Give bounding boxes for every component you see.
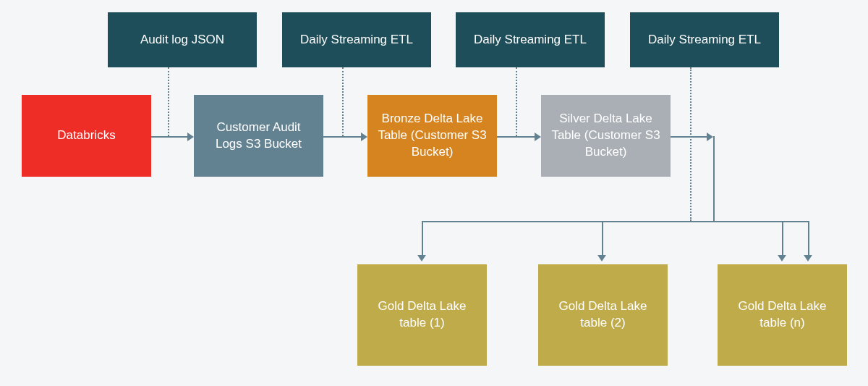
dotted-connector-etl1 [342,67,344,136]
arrowhead-gold1 [417,255,426,261]
arrow-customerlogs-to-bronze [323,136,361,138]
dotted-connector-etl2 [516,67,517,136]
node-silver: Silver Delta Lake Table (Customer S3 Buc… [541,95,671,177]
arrow-databricks-to-customerlogs [151,136,187,138]
vline-silver-down [713,136,715,221]
arrow-silver-out [671,136,707,138]
label-etl-3: Daily Streaming ETL [630,12,779,67]
vline-drop-gold1 [422,221,423,255]
node-customer-logs: Customer Audit Logs S3 Bucket [194,95,323,177]
dotted-connector-audit [168,67,169,136]
node-bronze: Bronze Delta Lake Table (Customer S3 Buc… [367,95,497,177]
label-audit-json: Audit log JSON [108,12,257,67]
arrowhead-goldn-extra [804,255,812,261]
label-etl-1: Daily Streaming ETL [282,12,431,67]
node-databricks: Databricks [22,95,151,177]
hline-bus [422,221,809,222]
vline-drop-gold2 [602,221,603,255]
arrow-bronze-to-silver [497,136,535,138]
arrowhead-gold2 [597,255,606,261]
vline-drop-goldn [782,221,783,255]
node-gold-1: Gold Delta Lake table (1) [357,264,487,366]
node-gold-n: Gold Delta Lake table (n) [718,264,847,366]
node-gold-2: Gold Delta Lake table (2) [538,264,668,366]
label-etl-2: Daily Streaming ETL [456,12,605,67]
vline-drop-goldn-extra [808,221,809,255]
dotted-connector-etl3 [690,67,692,221]
arrowhead-goldn [778,255,786,261]
